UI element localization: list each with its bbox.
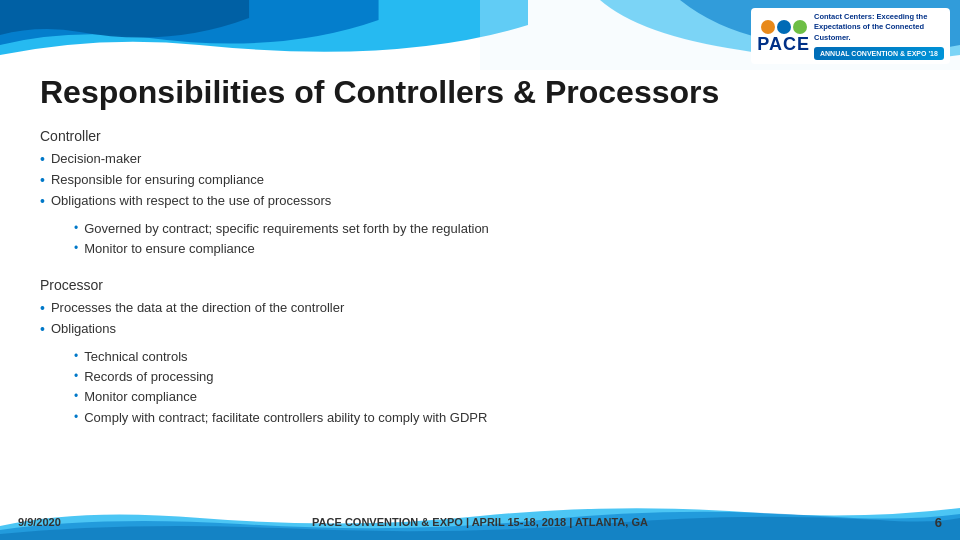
slide-title: Responsibilities of Controllers & Proces… [40,75,920,110]
logo-area: PACE Contact Centers: Exceeding the Expe… [730,2,950,70]
nested-item: Monitor compliance [74,387,920,407]
nested-text: Comply with contract; facilitate control… [84,409,487,427]
nested-item: Governed by contract; specific requireme… [74,219,920,239]
convention-tagline: Contact Centers: Exceeding the Expectati… [814,12,944,44]
convention-banner: ANNUAL CONVENTION & EXPO '18 [814,47,944,60]
nested-item: Records of processing [74,367,920,387]
icon-green [793,20,807,34]
list-item: Responsible for ensuring compliance [40,169,920,190]
controller-nested: Governed by contract; specific requireme… [54,217,920,259]
bullet-text: Processes the data at the direction of t… [51,299,344,317]
bullet-text: Responsible for ensuring compliance [51,171,264,189]
nested-item: Comply with contract; facilitate control… [74,408,920,428]
logo-badge: PACE Contact Centers: Exceeding the Expe… [751,8,950,65]
list-item: Decision-maker [40,148,920,169]
nested-text: Technical controls [84,348,187,366]
bullet-text: Obligations with respect to the use of p… [51,192,331,210]
processor-label: Processor [40,277,920,293]
processor-bullets: Processes the data at the direction of t… [40,297,920,429]
nested-text: Governed by contract; specific requireme… [84,220,489,238]
bottom-footer: 9/9/2020 PACE CONVENTION & EXPO | APRIL … [0,498,960,540]
nested-item: Monitor to ensure compliance [74,239,920,259]
footer-center: PACE CONVENTION & EXPO | APRIL 15-18, 20… [312,516,648,528]
controller-section: Controller Decision-maker Responsible fo… [40,128,920,261]
processor-section: Processor Processes the data at the dire… [40,277,920,429]
pace-icons [761,20,807,34]
main-content: Responsibilities of Controllers & Proces… [40,75,920,495]
nested-item: Technical controls [74,347,920,367]
footer-date: 9/9/2020 [18,516,61,528]
controller-label: Controller [40,128,920,144]
nested-text: Monitor to ensure compliance [84,240,255,258]
list-item: Obligations with respect to the use of p… [40,191,920,262]
pace-text: PACE [757,35,810,53]
bullet-text: Decision-maker [51,150,141,168]
icon-orange [761,20,775,34]
processor-nested: Technical controls Records of processing… [54,345,920,428]
bullet-text: Obligations [51,320,116,338]
footer-page: 6 [935,515,942,530]
annual-text: ANNUAL CONVENTION & EXPO '18 [820,50,938,57]
nested-text: Records of processing [84,368,213,386]
nested-text: Monitor compliance [84,388,197,406]
list-item: Obligations Technical controls Records o… [40,318,920,429]
list-item: Processes the data at the direction of t… [40,297,920,318]
icon-blue [777,20,791,34]
controller-bullets: Decision-maker Responsible for ensuring … [40,148,920,261]
pace-logo: PACE [757,20,810,53]
